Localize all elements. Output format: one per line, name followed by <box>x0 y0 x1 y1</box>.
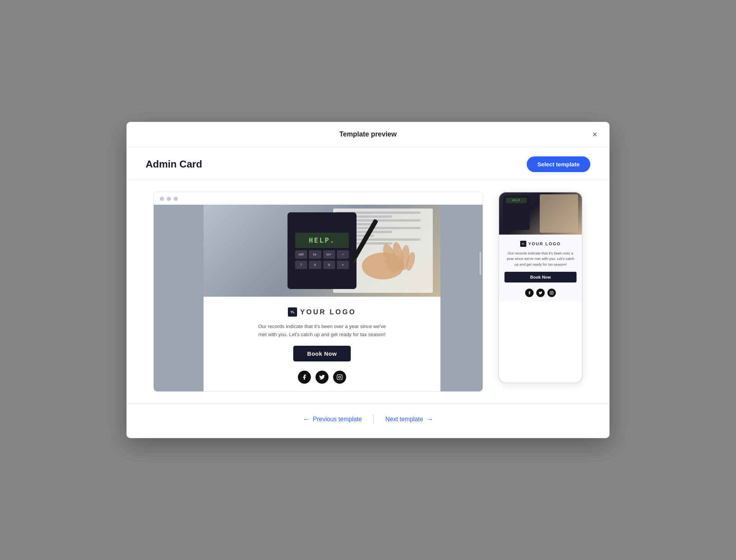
email-body: YL YOUR LOGO Our records indicate that i… <box>204 297 440 391</box>
mobile-facebook-icon <box>525 289 534 297</box>
mobile-calc-display: HELP <box>506 198 527 203</box>
previous-template-label: Previous template <box>313 416 362 423</box>
browser-dots-row <box>154 192 483 205</box>
mobile-logo-badge: YL <box>520 241 526 247</box>
prev-arrow-icon: ← <box>303 415 310 424</box>
modal-body: HELP. MR M- M+ ÷ 7 8 9 × <box>127 180 610 403</box>
browser-dot-2 <box>167 197 171 201</box>
email-sidebar-right <box>440 205 483 391</box>
mobile-twitter-icon <box>536 289 545 297</box>
close-button[interactable]: × <box>589 129 600 140</box>
logo-badge: YL <box>288 307 297 317</box>
browser-dot-1 <box>160 197 164 201</box>
mobile-logo-text: YOUR LOGO <box>528 241 561 246</box>
svg-point-12 <box>552 292 553 292</box>
svg-rect-7 <box>337 374 342 379</box>
scroll-indicator <box>480 252 481 275</box>
logo-text: YOUR LOGO <box>300 308 356 316</box>
svg-point-11 <box>551 292 552 293</box>
mobile-book-now-button[interactable]: Book Now <box>504 272 577 282</box>
social-icons-row <box>298 371 346 384</box>
email-sidebar-left <box>154 205 204 391</box>
modal-subheader: Admin Card Select template <box>127 147 610 180</box>
book-now-button[interactable]: Book Now <box>293 346 350 361</box>
browser-dot-3 <box>174 197 178 201</box>
hand-pen-image <box>341 216 417 281</box>
next-arrow-icon: → <box>426 415 433 424</box>
svg-point-8 <box>338 376 340 378</box>
svg-rect-10 <box>550 291 553 294</box>
calc-key: MR <box>295 250 307 259</box>
instagram-icon <box>333 371 346 384</box>
hero-image: HELP. MR M- M+ ÷ 7 8 9 × <box>204 205 440 297</box>
calc-key: 7 <box>295 261 307 269</box>
mobile-instagram-icon <box>547 289 556 297</box>
email-main-content: HELP. MR M- M+ ÷ 7 8 9 × <box>204 205 440 391</box>
mobile-inner: HELP YL YOUR LOGO Our records indicate t… <box>499 192 582 302</box>
calc-key: M- <box>309 250 321 259</box>
calc-key: 9 <box>323 261 335 269</box>
mobile-body-text: Our records indicate that it's been over… <box>504 251 577 267</box>
svg-point-9 <box>341 375 341 376</box>
mobile-preview: HELP YL YOUR LOGO Our records indicate t… <box>498 192 583 383</box>
previous-template-button[interactable]: ← Previous template <box>291 412 373 427</box>
modal-footer: ← Previous template Next template → <box>127 404 610 438</box>
template-preview-modal: Template preview × Admin Card Select tem… <box>127 122 610 438</box>
mobile-calculator: HELP <box>503 195 530 230</box>
modal-title: Template preview <box>339 130 397 138</box>
facebook-icon <box>298 371 311 384</box>
modal-overlay: Template preview × Admin Card Select tem… <box>0 0 736 560</box>
desktop-preview: HELP. MR M- M+ ÷ 7 8 9 × <box>153 192 483 392</box>
mobile-hero-overlay <box>540 194 578 233</box>
select-template-button[interactable]: Select template <box>527 156 590 172</box>
next-template-button[interactable]: Next template → <box>374 412 445 427</box>
template-name-heading: Admin Card <box>146 158 202 170</box>
mobile-hero-image: HELP <box>499 192 582 235</box>
mobile-email-body: YL YOUR LOGO Our records indicate that i… <box>499 235 582 302</box>
mobile-logo-row: YL YOUR LOGO <box>520 241 561 247</box>
next-template-label: Next template <box>385 416 423 423</box>
mobile-social-icons <box>525 289 556 297</box>
email-body-text: Our records indicate that it's been over… <box>257 323 387 339</box>
email-layout: HELP. MR M- M+ ÷ 7 8 9 × <box>154 205 483 391</box>
modal-header: Template preview × <box>127 122 610 147</box>
twitter-icon <box>315 371 329 384</box>
calc-key: M+ <box>323 250 335 259</box>
logo-row: YL YOUR LOGO <box>288 307 356 317</box>
calc-key: 8 <box>309 261 321 269</box>
